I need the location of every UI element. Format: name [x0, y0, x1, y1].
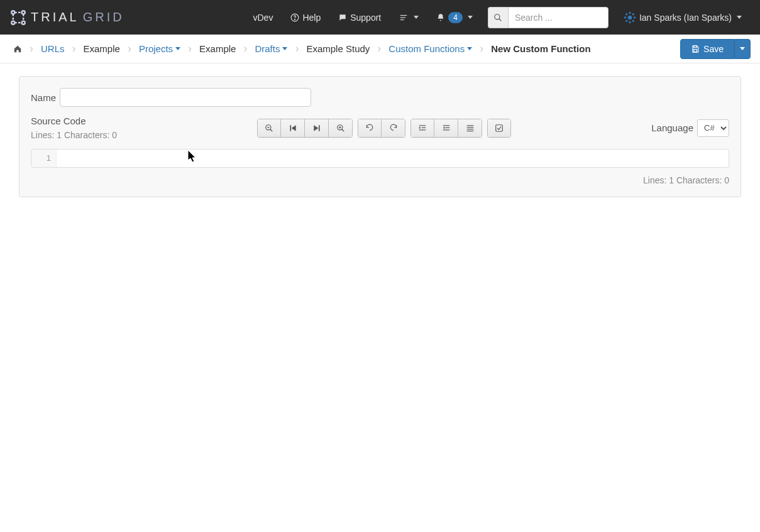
svg-marker-28	[314, 125, 318, 131]
caret-icon	[740, 47, 745, 50]
outdent-icon	[442, 124, 451, 133]
nav-help-label: Help	[302, 13, 321, 23]
svg-point-11	[628, 15, 632, 19]
help-icon	[290, 13, 299, 22]
save-button[interactable]: Save	[680, 39, 734, 59]
line-gutter: 1	[31, 149, 57, 167]
name-input[interactable]	[60, 88, 311, 107]
svg-rect-7	[400, 17, 405, 18]
svg-rect-39	[443, 129, 449, 130]
svg-point-13	[629, 21, 631, 23]
toolbar-group-check	[487, 119, 511, 138]
breadcrumb-example2[interactable]: Example	[196, 43, 240, 54]
line-number: 1	[47, 153, 51, 163]
caret-icon	[175, 47, 180, 50]
save-icon	[691, 45, 700, 53]
save-button-label: Save	[703, 44, 724, 54]
svg-point-9	[495, 14, 500, 19]
undo-button[interactable]	[358, 119, 382, 138]
nav-vdev[interactable]: vDev	[245, 0, 282, 35]
editor-panel: Name Source Code Lines: 1 Characters: 0	[19, 76, 741, 197]
bell-icon	[436, 13, 445, 22]
breadcrumb-sep: ›	[373, 42, 385, 55]
check-button[interactable]	[487, 119, 511, 138]
search-minus-icon	[265, 124, 273, 133]
svg-point-0	[11, 11, 14, 14]
search-input[interactable]	[508, 7, 609, 28]
breadcrumb-sep: ›	[476, 42, 487, 55]
prev-button[interactable]	[281, 119, 305, 138]
redo-icon	[389, 124, 398, 133]
avatar-icon	[624, 11, 636, 24]
nav-help[interactable]: Help	[282, 0, 329, 35]
zoom-in-button[interactable]	[329, 119, 353, 138]
svg-point-19	[632, 19, 634, 21]
brand-text-2: GRID	[83, 10, 124, 24]
brand-text-1: TRIAL	[31, 10, 79, 24]
svg-rect-6	[400, 14, 407, 15]
nav-list-dropdown[interactable]	[390, 0, 427, 35]
next-button[interactable]	[305, 119, 329, 138]
nav-notifications[interactable]: 4	[427, 0, 482, 35]
language-select[interactable]: C#	[697, 119, 729, 137]
svg-point-2	[11, 21, 14, 24]
outdent-button[interactable]	[434, 119, 458, 138]
nav-user-menu[interactable]: Ian Sparks (Ian Sparks)	[615, 0, 751, 35]
code-area[interactable]	[57, 149, 729, 167]
svg-rect-37	[443, 125, 449, 126]
nav-support-label: Support	[350, 13, 381, 23]
indent-icon	[418, 124, 427, 133]
step-forward-icon	[312, 124, 321, 133]
search-icon	[493, 13, 502, 22]
svg-rect-8	[400, 19, 404, 19]
home-icon	[13, 45, 22, 53]
breadcrumb-bar: › URLs › Example › Projects › Example › …	[0, 35, 760, 63]
svg-point-14	[624, 16, 626, 18]
chat-icon	[338, 13, 347, 22]
svg-rect-25	[290, 125, 291, 131]
svg-rect-35	[419, 129, 426, 130]
caret-icon	[468, 16, 473, 19]
breadcrumb-custom-functions[interactable]: Custom Functions	[385, 43, 476, 54]
search-button[interactable]	[488, 7, 508, 28]
svg-line-30	[341, 129, 344, 131]
svg-point-12	[629, 11, 631, 13]
undo-icon	[365, 124, 374, 133]
zoom-out-button[interactable]	[257, 119, 281, 138]
caret-icon	[282, 47, 287, 50]
svg-marker-36	[419, 126, 421, 129]
breadcrumb-drafts[interactable]: Drafts	[251, 43, 291, 54]
svg-marker-40	[443, 126, 444, 129]
breadcrumb-cfns-label: Custom Functions	[388, 43, 465, 54]
svg-point-1	[22, 11, 25, 14]
indent-button[interactable]	[410, 119, 434, 138]
breadcrumb-study[interactable]: Example Study	[302, 43, 373, 54]
nav-support[interactable]: Support	[329, 0, 390, 35]
name-label: Name	[31, 92, 56, 103]
save-dropdown-button[interactable]	[734, 39, 751, 59]
svg-rect-20	[694, 45, 697, 47]
code-editor[interactable]: 1	[31, 149, 729, 168]
breadcrumb-projects[interactable]: Projects	[135, 43, 184, 54]
svg-rect-44	[466, 131, 473, 131]
search-group	[488, 7, 609, 28]
language-label: Language	[651, 122, 693, 133]
toolbar-group-indent	[410, 119, 482, 138]
breadcrumb-example1[interactable]: Example	[80, 43, 124, 54]
lines-count-bottom: Lines: 1 Characters: 0	[31, 175, 729, 185]
svg-point-18	[625, 19, 627, 21]
align-justify-icon	[466, 124, 475, 133]
breadcrumb-urls[interactable]: URLs	[37, 43, 69, 54]
justify-button[interactable]	[458, 119, 482, 138]
top-navbar: TRIALGRID vDev Help Support 4 Ian Sparks…	[0, 0, 760, 35]
svg-point-16	[625, 13, 627, 15]
caret-icon	[414, 16, 419, 19]
caret-icon	[467, 47, 472, 50]
step-back-icon	[289, 124, 297, 133]
svg-rect-34	[422, 127, 426, 128]
redo-button[interactable]	[382, 119, 405, 138]
svg-rect-27	[319, 125, 320, 131]
breadcrumb-home[interactable]	[9, 45, 26, 53]
brand-logo[interactable]: TRIALGRID	[9, 9, 124, 26]
svg-line-23	[270, 129, 273, 131]
